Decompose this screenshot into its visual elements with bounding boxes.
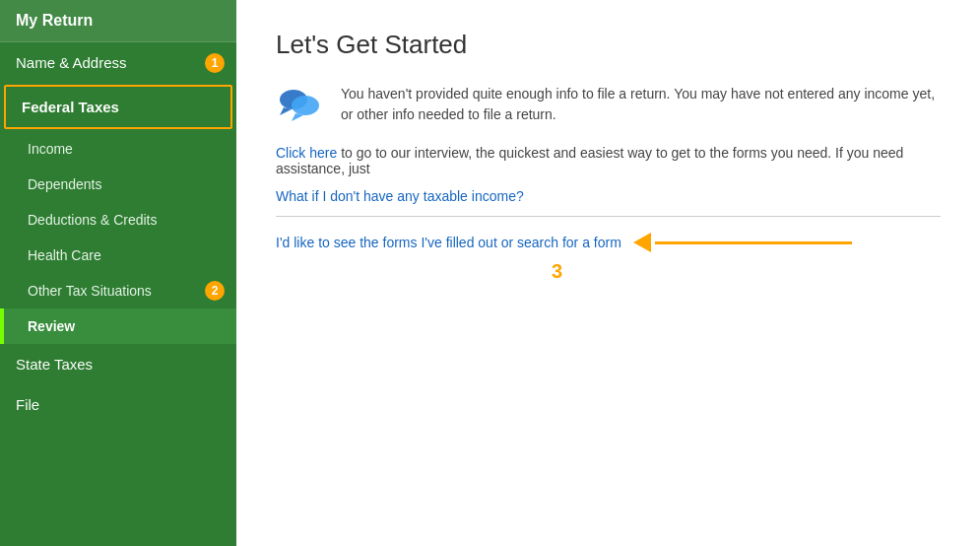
other-tax-situations-badge: 2 (205, 281, 225, 301)
click-here-rest-text: to go to our interview, the quickest and… (276, 145, 903, 176)
info-text: You haven't provided quite enough info t… (341, 84, 941, 125)
sidebar-item-file[interactable]: File (0, 384, 236, 425)
divider (276, 216, 941, 217)
arrow-line (655, 241, 852, 244)
sidebar-item-dependents[interactable]: Dependents (0, 167, 236, 202)
page-title: Let's Get Started (276, 30, 941, 60)
taxable-income-link[interactable]: What if I don't have any taxable income? (276, 188, 941, 204)
sidebar-item-income[interactable]: Income (0, 131, 236, 167)
sidebar-item-my-return[interactable]: My Return (0, 0, 236, 42)
main-content: Let's Get Started You haven't provided q… (236, 0, 980, 546)
sidebar-item-federal-taxes[interactable]: Federal Taxes (4, 85, 232, 129)
arrow-annotation (633, 233, 852, 252)
sidebar-item-health-care[interactable]: Health Care (0, 238, 236, 273)
name-address-badge: 1 (205, 53, 225, 73)
chat-icon (276, 86, 325, 125)
arrow-head (633, 233, 651, 252)
click-here-paragraph: Click here to go to our interview, the q… (276, 145, 941, 176)
click-here-link[interactable]: Click here (276, 145, 337, 161)
annotation-number-3: 3 (552, 260, 562, 282)
svg-point-2 (292, 96, 319, 115)
forms-link-row: I'd like to see the forms I've filled ou… (276, 233, 941, 252)
sidebar-item-review[interactable]: Review (0, 308, 236, 344)
sidebar-item-other-tax-situations[interactable]: Other Tax Situations 2 (0, 273, 236, 308)
info-box: You haven't provided quite enough info t… (276, 84, 941, 125)
sidebar-item-state-taxes[interactable]: State Taxes (0, 344, 236, 384)
sidebar-item-deductions-credits[interactable]: Deductions & Credits (0, 202, 236, 238)
sidebar-item-name-address[interactable]: Name & Address 1 (0, 42, 236, 83)
forms-link[interactable]: I'd like to see the forms I've filled ou… (276, 235, 621, 250)
sidebar: My Return Name & Address 1 Federal Taxes… (0, 0, 236, 546)
